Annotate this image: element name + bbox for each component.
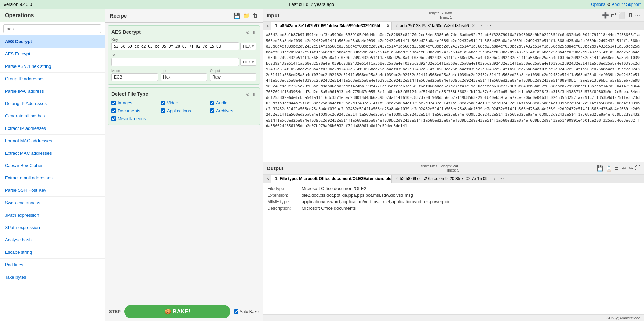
sidebar-search-area — [0, 22, 105, 35]
detect-checkboxes: ImagesVideoAudioDocumentsApplicationsArc… — [111, 100, 256, 121]
detect-disable-icon[interactable]: ⊘ — [246, 92, 250, 97]
input-tab-1[interactable]: 1: a8642abc3e1b87b97d5914deaf34a5990de33… — [271, 22, 392, 30]
output-copy-icon[interactable]: 📋 — [605, 165, 612, 172]
sidebar-item-extract-mac[interactable]: Extract MAC addresses — [0, 147, 105, 159]
autobake-checkbox[interactable] — [234, 309, 238, 314]
input-split-icon[interactable]: ⬜ — [619, 12, 625, 19]
sidebar-item-aes-encrypt[interactable]: AES Encrypt — [0, 48, 105, 60]
load-recipe-icon[interactable]: 📁 — [243, 12, 250, 19]
sidebar-item-pad-lines[interactable]: Pad lines — [0, 259, 105, 271]
input-tab-2[interactable]: 2: ada796133d9a31fa60df7a80fd81eaf6 ✕ — [392, 22, 479, 30]
save-recipe-icon[interactable]: 💾 — [233, 12, 240, 19]
input-content[interactable]: a8642abc3e1b87b97d5914deaf34a5990de33391… — [263, 30, 644, 162]
sidebar-item-group-ip[interactable]: Group IP addresses — [0, 73, 105, 85]
detect-checkbox-images[interactable] — [111, 101, 116, 105]
sidebar-item-gen-hashes[interactable]: Generate all hashes — [0, 110, 105, 122]
sidebar-item-defang-ip[interactable]: Defang IP Addresses — [0, 97, 105, 110]
output-field-value: application/msword,application/vnd.ms-ex… — [302, 199, 452, 204]
sidebar-item-parse-ipv6[interactable]: Parse IPv6 address — [0, 85, 105, 97]
aes-key-format[interactable]: HEX ▾ — [240, 43, 256, 50]
output-expand-icon[interactable]: ⛶ — [635, 165, 641, 171]
sidebar-item-analyse-hash[interactable]: Analyse hash — [0, 234, 105, 246]
output-field-label: MIME type: — [267, 199, 302, 204]
detect-check-images: Images — [111, 100, 158, 105]
autobake-label: Auto Bake — [240, 309, 259, 314]
clear-recipe-icon[interactable]: 🗑 — [253, 12, 258, 19]
options-link[interactable]: Options — [591, 2, 605, 7]
input-window-icon[interactable]: 🗗 — [611, 12, 616, 18]
sidebar-item-parse-ssh[interactable]: Parse SSH Host Key — [0, 184, 105, 197]
aes-output-value[interactable]: Raw — [210, 73, 256, 81]
input-header: Input length: 70688 lines: 1 ➕ 🗗 ⬜ 🗑 ⋯ — [263, 9, 644, 22]
detect-checkbox-applications[interactable] — [161, 108, 165, 113]
detect-block-title: Detect File Type — [111, 91, 148, 97]
aes-iv-format[interactable]: HEX ▾ — [240, 59, 256, 66]
input-tab-1-close[interactable]: ✕ — [386, 23, 390, 28]
output-redo-icon[interactable]: ↪ — [629, 165, 633, 172]
input-tab-2-close[interactable]: ✕ — [472, 23, 475, 28]
output-tab-2[interactable]: 2: 52 58 69 ec c2 65 ce 05 9f 20 85 7f 0… — [392, 175, 491, 183]
detect-checkbox-archives[interactable] — [210, 108, 214, 113]
input-lines-value: 1 — [450, 15, 452, 19]
gear-icon[interactable]: ⚙ — [607, 2, 611, 7]
detect-block-header: Detect File Type ⊘ ⏸ — [111, 91, 256, 97]
aes-key-input[interactable] — [111, 42, 239, 50]
aes-mode-value[interactable]: ECB — [111, 73, 158, 81]
aes-disable-icon[interactable]: ⊘ — [246, 30, 250, 35]
sidebar-item-extract-email[interactable]: Extract email addresses — [0, 172, 105, 184]
detect-file-type-block: Detect File Type ⊘ ⏸ ImagesVideoAudioDoc… — [108, 87, 260, 125]
sidebar-item-parse-asn1[interactable]: Parse ASN.1 hex string — [0, 60, 105, 73]
aes-input-value[interactable]: Hex — [161, 73, 207, 81]
sidebar-item-aes-decrypt[interactable]: AES Decrypt — [0, 35, 105, 48]
output-length-label: length: — [440, 164, 452, 168]
detect-checkbox-miscellaneous[interactable] — [111, 116, 116, 121]
input-tab-more[interactable]: › — [479, 22, 485, 30]
input-menu-icon[interactable]: ⋯ — [635, 12, 641, 19]
output-tab-menu[interactable]: ⋯ — [497, 175, 506, 183]
output-icons: 💾 📋 🗗 ↩ ↪ ⛶ — [597, 165, 641, 172]
sidebar-item-take-bytes[interactable]: Take bytes — [0, 271, 105, 283]
output-tab-more[interactable]: › — [491, 175, 497, 183]
sidebar-item-caesar-box[interactable]: Caesar Box Cipher — [0, 159, 105, 172]
middle-panel: Recipe 💾 📁 🗑 AES Decrypt ⊘ ⏸ Key — [105, 9, 263, 321]
detect-check-audio: Audio — [210, 100, 256, 105]
sidebar-item-extract-ip[interactable]: Extract IP addresses — [0, 122, 105, 135]
detect-checkbox-video[interactable] — [161, 101, 165, 105]
detect-pause-icon[interactable]: ⏸ — [252, 92, 256, 97]
output-field-label: Description: — [267, 206, 302, 211]
input-tab-menu[interactable]: ⋯ — [484, 22, 493, 30]
statusbar-text: CSDN @Amherstieae — [604, 316, 641, 320]
aes-pause-icon[interactable]: ⏸ — [252, 30, 256, 35]
sidebar-item-xpath[interactable]: XPath expression — [0, 221, 105, 234]
output-undo-icon[interactable]: ↩ — [622, 165, 626, 172]
input-tab-2-label: 2: ada796133d9a31fa60df7a80fd81eaf6 — [395, 23, 469, 28]
output-save-icon[interactable]: 💾 — [597, 165, 603, 172]
input-clear-icon[interactable]: 🗑 — [627, 12, 633, 18]
sidebar-item-swap-endian[interactable]: Swap endianness — [0, 197, 105, 209]
detect-check-archives: Archives — [210, 108, 256, 113]
input-tab-prev[interactable]: < — [265, 22, 271, 30]
output-tab-prev[interactable]: < — [265, 175, 271, 183]
input-length-value: 70688 — [442, 11, 452, 15]
output-field-value: Microsoft Office document/OLE2 — [302, 186, 366, 191]
sidebar-item-jpath[interactable]: JPath expression — [0, 209, 105, 221]
detect-checkbox-audio[interactable] — [210, 101, 214, 105]
output-tab-1[interactable]: 1: File type: Microsoft Office document/… — [271, 175, 392, 183]
input-text: a8642abc3e1b87b97d5914deaf34a5990de33391… — [266, 33, 640, 128]
about-support-link[interactable]: About / Support — [612, 2, 641, 7]
aes-key-row: HEX ▾ — [111, 42, 256, 50]
output-title: Output — [267, 165, 283, 171]
output-window-icon[interactable]: 🗗 — [614, 165, 620, 171]
input-meta: length: 70688 lines: 1 — [429, 11, 452, 19]
input-add-icon[interactable]: ➕ — [602, 12, 609, 19]
sidebar-item-escape-string[interactable]: Escape string — [0, 246, 105, 259]
detect-checkbox-documents[interactable] — [111, 108, 116, 113]
aes-iv-input[interactable] — [111, 58, 239, 66]
autobake-wrap: Auto Bake — [234, 309, 259, 314]
search-input[interactable] — [3, 24, 101, 33]
recipe-icons: 💾 📁 🗑 — [233, 12, 258, 19]
output-length-value: 240 — [453, 164, 459, 168]
aes-input-label: Input — [161, 69, 207, 73]
bake-button[interactable]: 🍪 BAKE! — [124, 305, 230, 318]
sidebar-item-format-mac[interactable]: Format MAC addresses — [0, 135, 105, 147]
